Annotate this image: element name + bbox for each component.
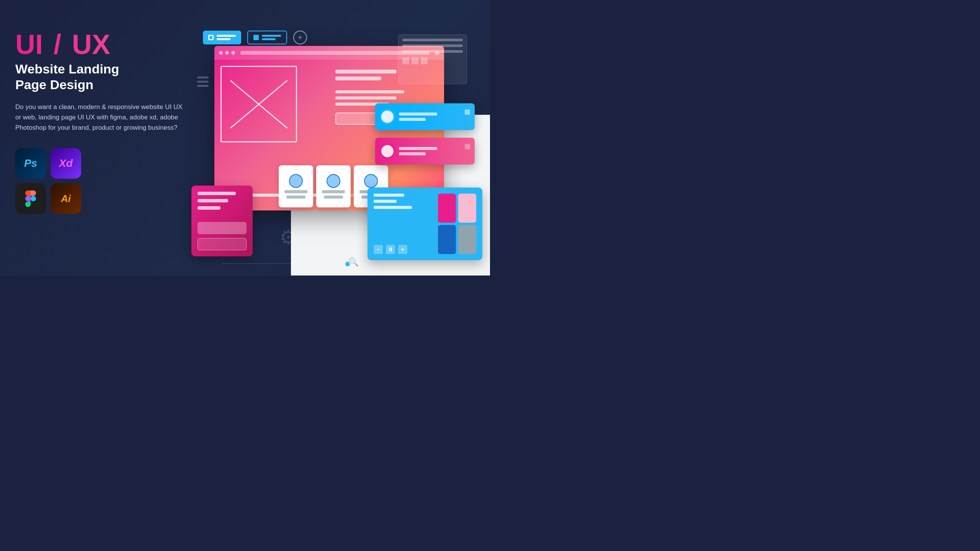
tab2-line1 bbox=[262, 35, 281, 37]
cell-blue-dark bbox=[438, 225, 456, 254]
body-line1 bbox=[335, 90, 404, 93]
float-card-pink bbox=[375, 138, 475, 165]
panel-icon2 bbox=[412, 57, 418, 64]
tab-2[interactable] bbox=[247, 31, 287, 44]
panel-icon3 bbox=[421, 57, 428, 64]
widget-right-section bbox=[438, 194, 476, 254]
widget-pause-btn[interactable]: ⏸ bbox=[386, 245, 395, 254]
add-tab-button[interactable]: + bbox=[293, 31, 307, 44]
dotted-line bbox=[222, 263, 368, 264]
side-panel-row3 bbox=[402, 50, 463, 53]
sidebar-lines bbox=[197, 77, 209, 87]
widget-line3 bbox=[374, 206, 412, 209]
pink-card-line3 bbox=[198, 206, 220, 210]
sidebar-line2 bbox=[197, 81, 209, 83]
cell-light-pink bbox=[458, 194, 476, 223]
widget-line1 bbox=[374, 194, 404, 197]
widget-plus-btn[interactable]: + bbox=[398, 245, 407, 254]
tab1-icon bbox=[208, 35, 214, 40]
float-lines-blue bbox=[399, 112, 459, 121]
subtitle: Website Landing Page Design bbox=[15, 61, 199, 93]
cell-gray bbox=[458, 225, 476, 254]
side-panel-line2 bbox=[402, 44, 463, 47]
panel-icon1 bbox=[402, 57, 409, 64]
nav-arrows: ⟨ ⟩ bbox=[429, 130, 435, 137]
left-panel: UI / UX Website Landing Page Design Do y… bbox=[15, 31, 199, 214]
body-line2 bbox=[335, 96, 397, 99]
widget-minus-btn[interactable]: − bbox=[374, 245, 383, 254]
float-card-blue-content bbox=[380, 109, 459, 124]
side-panel-row2 bbox=[402, 44, 463, 47]
heading-line1 bbox=[335, 70, 397, 73]
user-card-1 bbox=[279, 165, 313, 207]
ai-label: Ai bbox=[61, 193, 71, 205]
side-panel-line1 bbox=[402, 39, 463, 41]
float-card-blue bbox=[375, 103, 475, 130]
tab1-line1 bbox=[217, 35, 236, 37]
main-title: UI / UX bbox=[15, 31, 199, 58]
float-line-p2 bbox=[399, 152, 426, 155]
tools-section: Ps Xd Ai bbox=[15, 148, 199, 214]
float-line-p1 bbox=[399, 147, 437, 150]
tab1-line2 bbox=[217, 38, 230, 40]
side-panel-icons bbox=[402, 57, 463, 64]
tab2-icon bbox=[253, 35, 259, 40]
user-name-1 bbox=[284, 190, 307, 193]
widget-btn-row: − ⏸ + bbox=[374, 245, 433, 254]
adobe-xd-icon[interactable]: Xd bbox=[51, 148, 81, 179]
float-lines-pink bbox=[399, 147, 459, 155]
illustrator-icon[interactable]: Ai bbox=[51, 183, 81, 214]
user-sub-1 bbox=[286, 196, 305, 199]
avatar-2 bbox=[327, 174, 340, 188]
card-corner-btn-pink bbox=[465, 144, 470, 149]
photoshop-icon[interactable]: Ps bbox=[15, 148, 46, 179]
hero-image-placeholder bbox=[220, 66, 297, 142]
tab1-icon-inner bbox=[209, 36, 212, 39]
float-card-pink-content bbox=[380, 143, 459, 159]
dot1 bbox=[219, 51, 223, 55]
float-line-b2 bbox=[399, 118, 426, 121]
widget-left-section: − ⏸ + bbox=[374, 194, 433, 254]
pink-card-btn2[interactable] bbox=[198, 238, 247, 250]
pink-card-line1 bbox=[198, 192, 236, 195]
avatar-3 bbox=[364, 174, 378, 188]
tab-1[interactable] bbox=[203, 31, 241, 44]
cell-pink bbox=[438, 194, 456, 223]
side-panel-row1 bbox=[402, 39, 463, 41]
tab1-lines bbox=[217, 35, 236, 40]
float-pink-card-left bbox=[191, 186, 253, 256]
sidebar-line3 bbox=[197, 85, 209, 87]
user-sub-2 bbox=[324, 196, 343, 199]
right-illustration: + bbox=[184, 0, 490, 276]
heading-line2 bbox=[335, 77, 381, 80]
ux-text: UX bbox=[72, 29, 110, 60]
dot3 bbox=[231, 51, 235, 55]
search-icon[interactable]: 🔍 bbox=[348, 257, 360, 269]
avatar-1 bbox=[289, 174, 303, 188]
pink-card-line2 bbox=[198, 199, 228, 202]
pink-card-btn1[interactable] bbox=[198, 222, 247, 234]
side-panel-top bbox=[398, 34, 467, 84]
user-name-2 bbox=[322, 190, 345, 193]
tab2-lines bbox=[262, 35, 281, 40]
description-text: Do you want a clean, modern & responsive… bbox=[15, 102, 184, 133]
tools-row-2: Ai bbox=[15, 183, 199, 214]
dot2 bbox=[225, 51, 229, 55]
side-panel-line3 bbox=[402, 50, 463, 53]
sidebar-line1 bbox=[197, 77, 209, 78]
tools-row-1: Ps Xd bbox=[15, 148, 199, 179]
widget-line2 bbox=[374, 200, 397, 203]
slash-char: / bbox=[54, 29, 61, 60]
float-line-b1 bbox=[399, 112, 437, 116]
tab2-line2 bbox=[262, 38, 276, 40]
browser-tabs: + bbox=[203, 31, 307, 44]
figma-icon[interactable] bbox=[15, 183, 46, 214]
user-card-2 bbox=[316, 165, 351, 207]
ui-text: UI bbox=[15, 29, 43, 60]
data-widget: − ⏸ + bbox=[368, 187, 482, 260]
gear-icon: ⚙ bbox=[279, 226, 302, 249]
toggle-circle-blue bbox=[380, 109, 395, 124]
card-corner-btn bbox=[465, 109, 470, 115]
toggle-circle-pink bbox=[380, 143, 395, 159]
